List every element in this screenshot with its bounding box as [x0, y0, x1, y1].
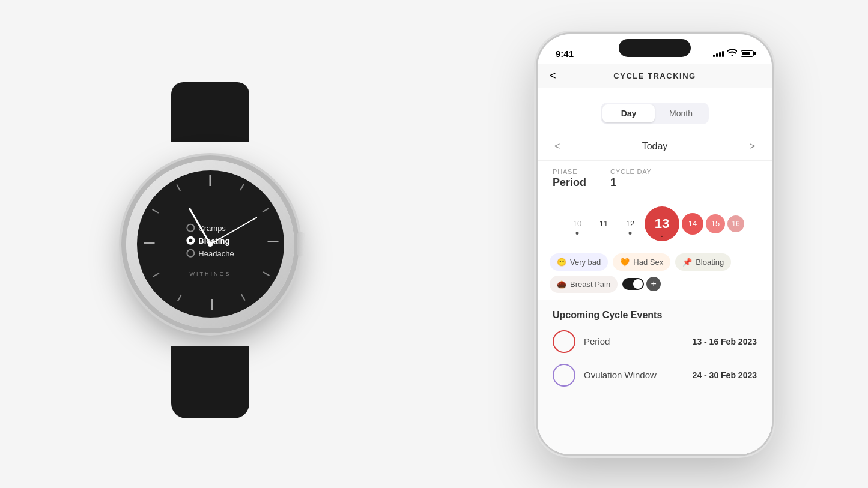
period-event-date: 13 - 16 Feb 2023: [693, 337, 757, 346]
watch-case: Cramps Bloating Headache WITHINGS: [126, 160, 294, 328]
bloating-tag-label: Bloating: [696, 258, 724, 267]
phone-frame: 9:41 < CYCLE TRACKIN: [538, 34, 772, 454]
watch-symptom-cramps: Cramps: [186, 223, 226, 232]
back-button[interactable]: <: [550, 70, 556, 82]
upcoming-events-title: Upcoming Cycle Events: [553, 310, 757, 321]
cal-day-10[interactable]: 10: [565, 212, 589, 236]
status-icons: [713, 49, 754, 58]
watch: Cramps Bloating Headache WITHINGS: [114, 130, 306, 358]
breast-pain-icon: 🌰: [557, 280, 566, 289]
symptom-tags: 😶 Very bad 🧡 Had Sex 📌 Bloating 🌰 Breast…: [538, 253, 772, 300]
cal-day-16[interactable]: 16: [727, 215, 744, 232]
next-date-button[interactable]: >: [745, 139, 760, 154]
tab-switcher: Day Month: [601, 103, 709, 124]
cal-day-14[interactable]: 14: [682, 213, 703, 235]
watch-crown: [297, 232, 305, 256]
radio-headache: [186, 249, 195, 258]
phase-info: PHASE Period CYCLE DAY 1: [538, 161, 772, 194]
phone: 9:41 < CYCLE TRACKIN: [538, 34, 772, 454]
prev-date-button[interactable]: <: [550, 139, 565, 154]
nav-header: < CYCLE TRACKING: [538, 64, 772, 88]
headache-label: Headache: [198, 249, 234, 258]
signal-bar-3: [719, 52, 721, 57]
phone-notch: [619, 39, 691, 57]
phase-value: Period: [553, 176, 586, 188]
cal-day-12[interactable]: 12: [618, 212, 642, 236]
toggle-switch[interactable]: [622, 278, 644, 290]
event-ovulation[interactable]: Ovulation Window 24 - 30 Feb 2023: [553, 364, 757, 387]
watch-face: Cramps Bloating Headache WITHINGS: [137, 170, 284, 318]
period-event-label: Period: [584, 336, 684, 346]
day-12-dot: [629, 232, 632, 235]
wifi-icon: [727, 49, 737, 58]
watch-symptoms-overlay: Cramps Bloating Headache: [186, 223, 234, 258]
period-circle-icon: [553, 330, 575, 353]
cycle-day-label: CYCLE DAY: [610, 168, 652, 175]
signal-bar-2: [716, 53, 718, 57]
phone-content: < CYCLE TRACKING Day Month < Today > PHA…: [538, 64, 772, 454]
symptom-tag-very-bad[interactable]: 😶 Very bad: [550, 253, 608, 271]
tab-month[interactable]: Month: [655, 104, 707, 122]
watch-brand: WITHINGS: [190, 271, 231, 277]
symptom-tag-breast-pain[interactable]: 🌰 Breast Pain: [550, 276, 618, 293]
phase-label: PHASE: [553, 168, 586, 175]
cal-day-11[interactable]: 11: [592, 212, 616, 236]
bloating-icon: 📌: [682, 258, 692, 267]
watch-strap-top: [171, 82, 249, 142]
signal-bars-icon: [713, 50, 724, 57]
ovulation-event-date: 24 - 30 Feb 2023: [693, 370, 757, 380]
watch-strap-bottom: [171, 346, 249, 418]
had-sex-icon: 🧡: [620, 258, 630, 267]
status-time: 9:41: [556, 49, 574, 59]
ovulation-circle-icon: [553, 364, 575, 387]
radio-bloating: [186, 236, 195, 245]
battery-fill: [742, 52, 751, 55]
upcoming-events-section: Upcoming Cycle Events Period 13 - 16 Feb…: [538, 300, 772, 454]
very-bad-icon: 😶: [557, 258, 566, 267]
watch-symptom-headache: Headache: [186, 249, 234, 258]
add-tag-control[interactable]: +: [622, 276, 661, 293]
cycle-day-column: CYCLE DAY 1: [610, 168, 652, 189]
symptom-tag-bloating[interactable]: 📌 Bloating: [675, 253, 731, 271]
watch-center: [208, 242, 213, 247]
ovulation-event-label: Ovulation Window: [584, 370, 684, 380]
day-10-dot: [576, 232, 579, 235]
page-title: CYCLE TRACKING: [613, 71, 696, 80]
signal-bar-1: [713, 55, 715, 57]
date-nav: < Today >: [538, 133, 772, 161]
tab-day[interactable]: Day: [602, 104, 655, 122]
add-icon[interactable]: +: [646, 277, 661, 291]
calendar-strip: 10 11 12 13 14: [538, 194, 772, 253]
breast-pain-label: Breast Pain: [570, 280, 610, 289]
very-bad-label: Very bad: [570, 258, 601, 267]
cal-day-15[interactable]: 15: [706, 214, 725, 233]
radio-cramps: [186, 224, 195, 232]
toggle-knob: [633, 279, 643, 289]
phase-column: PHASE Period: [553, 168, 586, 189]
cal-day-13-current[interactable]: 13: [645, 206, 679, 241]
event-period[interactable]: Period 13 - 16 Feb 2023: [553, 330, 757, 353]
current-date-label: Today: [642, 141, 668, 152]
signal-bar-4: [722, 51, 724, 57]
battery-icon: [741, 50, 754, 57]
cycle-day-value: 1: [610, 176, 616, 188]
symptom-tag-had-sex[interactable]: 🧡 Had Sex: [613, 253, 670, 271]
had-sex-label: Had Sex: [633, 258, 663, 267]
